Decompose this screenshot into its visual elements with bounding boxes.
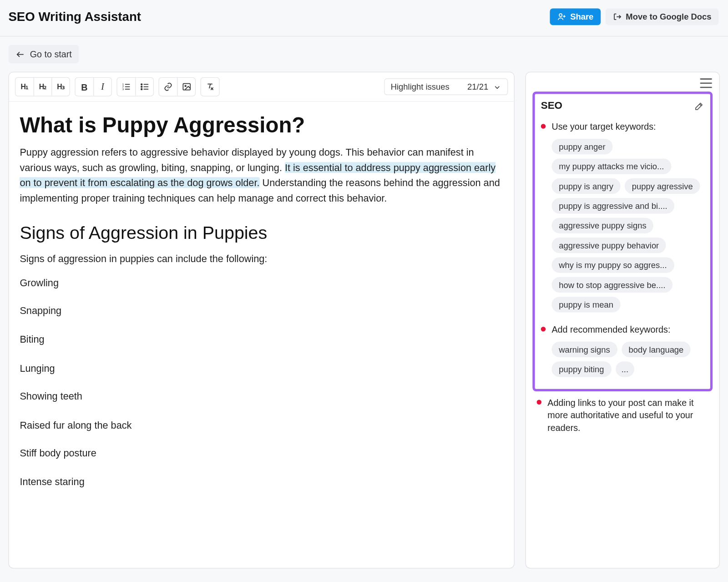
- keyword-chips: puppy anger my puppy attacks me vicio...…: [541, 139, 704, 312]
- list-item: Stiff body posture: [20, 446, 503, 461]
- keyword-chip[interactable]: puppy anger: [551, 139, 612, 154]
- keyword-chip[interactable]: my puppy attacks me vicio...: [551, 158, 671, 174]
- svg-point-6: [141, 89, 142, 90]
- recommendation-title: Use your target keywords:: [551, 120, 656, 133]
- bold-button[interactable]: B: [76, 78, 93, 96]
- h1-button[interactable]: H₁: [15, 78, 33, 96]
- svg-point-0: [559, 14, 562, 16]
- article-paragraph: Signs of aggression in puppies can inclu…: [20, 252, 503, 267]
- top-bar: SEO Writing Assistant Share Move to Goog…: [0, 0, 728, 36]
- recommendation-links: Adding links to your post can make it mo…: [526, 396, 719, 440]
- unordered-list-button[interactable]: [135, 78, 153, 96]
- more-chip[interactable]: ...: [615, 361, 634, 377]
- user-plus-icon: [557, 12, 566, 21]
- keyword-chip[interactable]: puppy is aggressive and bi....: [551, 198, 674, 213]
- highlight-label: Highlight issues: [391, 82, 450, 91]
- move-to-docs-button[interactable]: Move to Google Docs: [606, 8, 719, 25]
- keyword-chip[interactable]: aggressive puppy behavior: [551, 238, 666, 253]
- status-dot-icon: [541, 124, 546, 129]
- list-item: Snapping: [20, 304, 503, 319]
- sub-header: Go to start: [0, 36, 728, 72]
- keyword-chip[interactable]: warning signs: [551, 342, 617, 357]
- ordered-list-icon: 123: [121, 82, 131, 91]
- keyword-chips: warning signs body language puppy biting…: [541, 342, 704, 377]
- highlight-issues-select[interactable]: Highlight issues 21/21: [384, 78, 508, 95]
- clear-format-button[interactable]: [201, 78, 219, 96]
- bullet-list-icon: [140, 82, 149, 91]
- insert-group: [158, 77, 196, 96]
- arrow-left-icon: [15, 49, 25, 59]
- go-to-start-button[interactable]: Go to start: [8, 45, 79, 64]
- editor-panel: H₁ H₂ H₃ B I 123: [8, 72, 514, 568]
- svg-point-4: [141, 84, 142, 85]
- svg-text:3: 3: [122, 87, 124, 91]
- list-item: Showing teeth: [20, 389, 503, 405]
- status-dot-icon: [537, 400, 542, 405]
- keyword-chip[interactable]: aggressive puppy signs: [551, 218, 653, 233]
- list-item: Lunging: [20, 360, 503, 376]
- status-dot-icon: [541, 327, 546, 332]
- clear-format-icon: [205, 82, 215, 91]
- recommendation-target-keywords: Use your target keywords: puppy anger my…: [541, 120, 704, 312]
- keyword-chip[interactable]: puppy is mean: [551, 297, 620, 312]
- svg-point-5: [141, 86, 142, 87]
- editor-toolbar: H₁ H₂ H₃ B I 123: [9, 72, 514, 101]
- list-item: Raised fur along the back: [20, 417, 503, 433]
- recommendation-title: Add recommended keywords:: [551, 323, 670, 336]
- top-actions: Share Move to Google Docs: [550, 8, 718, 25]
- editor-content[interactable]: What is Puppy Aggression? Puppy aggressi…: [9, 102, 514, 568]
- seo-section: SEO Use your target keywords: puppy ange…: [532, 91, 713, 391]
- share-button[interactable]: Share: [550, 8, 601, 25]
- list-item: Biting: [20, 332, 503, 348]
- link-button[interactable]: [159, 78, 177, 96]
- article-h2: Signs of Aggression in Puppies: [20, 223, 503, 243]
- image-button[interactable]: [177, 78, 195, 96]
- seo-title: SEO: [541, 100, 562, 112]
- side-panel: SEO Use your target keywords: puppy ange…: [526, 72, 720, 568]
- svg-point-8: [185, 86, 186, 87]
- h3-button[interactable]: H₃: [51, 78, 69, 96]
- image-icon: [182, 82, 191, 91]
- back-label: Go to start: [30, 49, 72, 59]
- keyword-chip[interactable]: body language: [622, 342, 691, 357]
- keyword-chip[interactable]: why is my puppy so aggres...: [551, 257, 674, 273]
- keyword-chip[interactable]: puppy agressive: [625, 178, 700, 194]
- chevron-down-icon: [493, 83, 501, 91]
- keyword-chip[interactable]: how to stop aggressive be....: [551, 277, 672, 293]
- share-label: Share: [570, 12, 593, 21]
- recommendation-title: Adding links to your post can make it mo…: [547, 396, 708, 434]
- app-title: SEO Writing Assistant: [8, 10, 141, 24]
- link-icon: [163, 82, 173, 91]
- highlight-count: 21/21: [467, 82, 488, 91]
- article-h1: What is Puppy Aggression?: [20, 112, 503, 137]
- clear-group: [201, 77, 220, 96]
- article-paragraph: Puppy aggression refers to aggressive be…: [20, 145, 503, 206]
- keyword-chip[interactable]: puppy is angry: [551, 178, 620, 194]
- recommendation-recommended-keywords: Add recommended keywords: warning signs …: [541, 323, 704, 377]
- ordered-list-button[interactable]: 123: [117, 78, 135, 96]
- list-item: Intense staring: [20, 474, 503, 490]
- list-item: Growling: [20, 275, 503, 291]
- export-icon: [612, 12, 622, 21]
- move-label: Move to Google Docs: [626, 12, 711, 21]
- list-group: 123: [116, 77, 154, 96]
- heading-group: H₁ H₂ H₃: [15, 77, 70, 96]
- keyword-chip[interactable]: puppy biting: [551, 361, 611, 377]
- menu-icon[interactable]: [700, 78, 712, 88]
- format-group: B I: [75, 77, 112, 96]
- italic-button[interactable]: I: [93, 78, 111, 96]
- pencil-icon[interactable]: [694, 101, 704, 111]
- h2-button[interactable]: H₂: [34, 78, 51, 96]
